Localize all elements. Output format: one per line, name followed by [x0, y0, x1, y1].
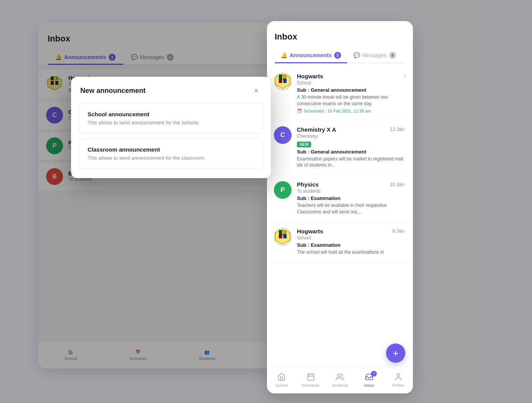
tab-messages[interactable]: 💬 Messages 4: [347, 48, 402, 63]
hogwarts-2-category: School: [297, 235, 406, 241]
hogwarts-1-name: Hogwarts: [297, 73, 323, 79]
classroom-announcement-title: Classroom announcement: [88, 146, 254, 153]
calendar-icon: [306, 372, 315, 382]
chemistry-preview: Examination papers will be mailed to reg…: [297, 156, 406, 169]
chevron-right-icon: ›: [404, 228, 406, 234]
bell-icon: 🔔: [281, 52, 287, 58]
new-badge: NEW: [297, 142, 311, 147]
physics-body: Physics 10 Jan › To students Sub : Exami…: [297, 181, 406, 215]
tab-announcements[interactable]: 🔔 Announcements 3: [275, 48, 347, 63]
hogwarts-1-scheduled: ⏰ Scheduled : 10 Feb 2021, 11:30 am: [297, 109, 406, 114]
inbox-bottom-nav: School Schedule: [267, 366, 413, 393]
inbox-nav-badge-wrap: 7: [365, 372, 374, 382]
chat-icon: 💬: [353, 52, 360, 58]
nav-schedule-label: Schedule: [302, 383, 320, 388]
announcements-badge: 3: [334, 52, 341, 59]
modal-title: New announcement: [80, 87, 146, 95]
home-icon: [277, 372, 286, 382]
inbox-item-chemistry[interactable]: C Chemistry X A 12 Jan › Chemistry NEW S…: [267, 120, 413, 175]
chemistry-date: 12 Jan ›: [390, 127, 406, 132]
hogwarts-2-name: Hogwarts: [297, 228, 323, 235]
inbox-items-list: Hogwarts › School Sub : General announce…: [267, 63, 413, 366]
inbox-panel-tabs: 🔔 Announcements 3 💬 Messages 4: [275, 48, 405, 63]
physics-preview: Teachers will be available in their resp…: [297, 202, 406, 215]
svg-rect-17: [308, 374, 314, 380]
svg-rect-9: [283, 74, 287, 79]
inbox-item-hogwarts-1[interactable]: Hogwarts › School Sub : General announce…: [267, 66, 413, 120]
nav-students-label: Students: [331, 383, 348, 388]
svg-rect-14: [279, 230, 282, 234]
inbox-item-hogwarts-2[interactable]: Hogwarts 8 Jan › School Sub : Examinatio…: [267, 222, 413, 262]
chevron-right-icon: ›: [404, 182, 406, 187]
inbox-panel: Inbox 🔔 Announcements 3 💬 Messages 4: [267, 21, 413, 393]
clock-icon: ⏰: [297, 109, 302, 114]
svg-point-21: [338, 373, 340, 376]
inbox-nav-badge: 7: [371, 371, 377, 377]
nav-profile[interactable]: Profile: [388, 372, 409, 388]
chemistry-avatar: C: [274, 126, 292, 144]
school-announcement-desc: This allows to send announcement for the…: [88, 120, 254, 126]
svg-rect-15: [283, 230, 287, 234]
hogwarts-2-body: Hogwarts 8 Jan › School Sub : Examinatio…: [297, 228, 406, 256]
hogwarts-1-preview: A 30-minute break will be given between …: [297, 94, 406, 107]
school-announcement-option[interactable]: School announcement This allows to send …: [79, 103, 263, 134]
chemistry-category: Chemistry: [297, 134, 406, 139]
hogwarts-avatar-1: [274, 73, 292, 90]
svg-point-16: [282, 236, 284, 238]
inbox-item-physics[interactable]: P Physics 10 Jan › To students Sub : Exa…: [267, 175, 413, 222]
nav-school-label: School: [275, 383, 288, 388]
physics-avatar: P: [274, 181, 292, 199]
hogwarts-1-subject: Sub : General announcement: [297, 87, 406, 93]
nav-school[interactable]: School: [271, 372, 292, 388]
new-announcement-modal: New announcement × School announcement T…: [71, 77, 271, 178]
students-icon: [335, 372, 345, 382]
school-announcement-title: School announcement: [88, 111, 254, 117]
hogwarts-2-date: 8 Jan ›: [393, 228, 406, 234]
physics-subject: Sub : Examination: [297, 195, 406, 201]
hogwarts-2-subject: Sub : Examination: [297, 242, 406, 248]
modal-content: School announcement This allows to send …: [71, 103, 271, 178]
chevron-right-icon: ›: [404, 127, 406, 132]
svg-point-10: [282, 80, 284, 83]
nav-profile-label: Profile: [392, 383, 404, 388]
close-button[interactable]: ×: [251, 85, 262, 96]
physics-name: Physics: [297, 181, 319, 188]
hogwarts-2-preview: The school will hold all the examination…: [297, 249, 406, 256]
chemistry-subject: Sub : General announcement: [297, 149, 406, 155]
physics-category: To students: [297, 188, 406, 194]
nav-schedule[interactable]: Schedule: [300, 372, 322, 388]
fab-button[interactable]: +: [386, 344, 405, 363]
modal-header: New announcement ×: [71, 77, 271, 103]
messages-badge: 4: [389, 52, 396, 59]
profile-icon: [394, 372, 403, 382]
nav-students[interactable]: Students: [330, 372, 351, 388]
classroom-announcement-desc: This allows to send announcement for the…: [88, 155, 254, 161]
svg-rect-8: [279, 74, 282, 79]
hogwarts-1-category: School: [297, 80, 406, 86]
physics-date: 10 Jan ›: [390, 182, 406, 187]
nav-inbox[interactable]: 7 Inbox: [359, 372, 380, 388]
inbox-panel-title: Inbox: [275, 32, 405, 42]
classroom-announcement-option[interactable]: Classroom announcement This allows to se…: [79, 138, 263, 169]
chevron-right-icon: ›: [404, 73, 406, 79]
chemistry-name: Chemistry X A: [297, 126, 336, 133]
overlay: [0, 0, 532, 403]
svg-point-22: [397, 373, 399, 376]
hogwarts-avatar-2: [274, 228, 292, 246]
chemistry-body: Chemistry X A 12 Jan › Chemistry NEW Sub…: [297, 126, 406, 169]
nav-inbox-label: Inbox: [364, 383, 375, 388]
inbox-panel-header: Inbox 🔔 Announcements 3 💬 Messages 4: [267, 21, 413, 63]
hogwarts-1-body: Hogwarts › School Sub : General announce…: [297, 73, 406, 114]
